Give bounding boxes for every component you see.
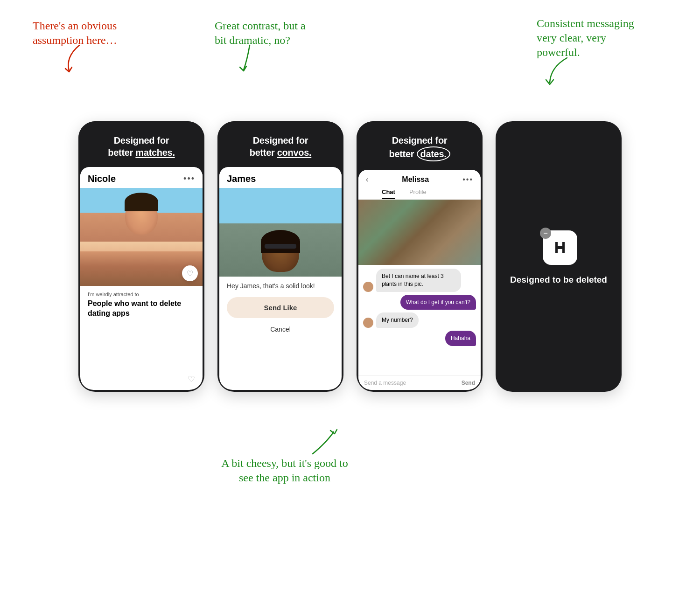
phone2-emphasis: convos. [277,147,311,158]
phone1-screen: Nicole ••• ♡ I'm weirdly attracted to P [80,167,203,390]
phone2-screen-header: James [219,167,342,188]
phone3-more-icon[interactable]: ••• [462,175,473,184]
phone2-headline: Designed forbetter convos. [227,134,334,159]
annotation-bottom: A bit cheesy, but it's good to see the a… [219,456,350,485]
phone1-profile-name: Nicole [88,174,116,184]
phone4-tagline: Designed to be deleted [510,274,607,286]
phone1-header: Designed forbetter matches. [78,121,204,167]
annotation-top-center-text: Great contrast, but a bit dramatic, no? [215,20,306,46]
phone3-header: Designed forbetter dates. [357,121,483,170]
annotation-top-center: Great contrast, but a bit dramatic, no? [215,19,317,48]
phone1-bio-small: I'm weirdly attracted to [88,292,195,297]
hinge-logo [551,238,569,257]
phone2-cancel-button[interactable]: Cancel [219,321,342,338]
annotation-top-right: Consistent messaging very clear, very po… [537,16,644,60]
phone3-send-button[interactable]: Send [462,380,475,386]
phone-3: Designed forbetter dates. ‹ Melissa ••• … [357,121,483,392]
phone1-footer: ♡ [80,370,203,390]
phone2-screen: James Hey James, that's a solid look! Se… [219,167,342,390]
chat-message-2: What do I get if you can't? [363,295,476,310]
phone3-tabs: Chat Profile [358,186,481,200]
phone4-content: − Designed to be deleted [496,121,622,392]
chat-bubble-sent-1: What do I get if you can't? [400,295,476,310]
app-icon-wrapper: − [540,228,577,265]
annotations-top: There's an obvious assumption here… Grea… [19,14,681,117]
phone3-screen: ‹ Melissa ••• Chat Profile Bet I can nam… [358,170,481,390]
phone1-headline: Designed forbetter matches. [88,134,195,159]
phone1-screen-header: Nicole ••• [80,167,203,188]
chat-message-4: Hahaha [363,331,476,346]
arrow-bottom [303,428,341,458]
phone1-bio-large: People who want to delete dating apps [88,299,195,319]
phone1-bio: I'm weirdly attracted to People who want… [80,286,203,370]
arrow-top-right [541,56,574,88]
tab-profile[interactable]: Profile [409,186,427,199]
annotations-bottom: A bit cheesy, but it's good to see the a… [19,396,681,490]
phone-1: Designed forbetter matches. Nicole ••• [78,121,204,392]
arrow-top-center [233,43,261,73]
phone3-photo [358,200,481,265]
phone1-more-icon[interactable]: ••• [183,174,195,184]
phones-row: Designed forbetter matches. Nicole ••• [19,121,681,392]
minus-badge: − [540,228,551,239]
phone1-footer-heart-icon[interactable]: ♡ [188,374,195,384]
page-wrapper: There's an obvious assumption here… Grea… [0,0,700,611]
tab-chat[interactable]: Chat [382,186,395,199]
phone1-emphasis: matches. [135,147,175,158]
phone2-compliment: Hey James, that's a solid look! [219,277,342,294]
svg-rect-3 [562,242,565,253]
phone1-heart-button[interactable]: ♡ [182,265,198,281]
chat-avatar-2 [363,318,373,328]
phone-2: Designed forbetter convos. James Hey J [217,121,343,392]
annotation-bottom-text: A bit cheesy, but it's good to see the a… [221,457,348,484]
chat-bubble-received-1: Bet I can name at least 3 plants in this… [376,269,461,292]
chat-message-3: My number? [363,312,476,328]
phone3-back-button[interactable]: ‹ [366,175,368,184]
chat-bubble-received-2: My number? [376,312,419,328]
phone2-profile-name: James [227,174,256,184]
phone3-screen-header: ‹ Melissa ••• [358,170,481,186]
arrow-top-left [61,43,89,76]
phone1-photo: ♡ [80,188,203,286]
annotation-top-left: There's an obvious assumption here… [33,19,135,48]
chat-message-1: Bet I can name at least 3 plants in this… [363,269,476,292]
phone3-profile-name: Melissa [402,175,429,184]
phone3-message-input[interactable]: Send a message [364,380,458,386]
phone2-photo [219,188,342,277]
phone3-emphasis: dates. [417,146,450,161]
chat-avatar [363,282,373,292]
phone3-input-bar: Send a message Send [358,375,481,390]
phone2-send-like-button[interactable]: Send Like [227,297,334,318]
annotation-top-left-text: There's an obvious assumption here… [33,20,117,46]
phone-4: − Designed to be deleted [496,121,622,392]
annotation-top-right-text: Consistent messaging very clear, very po… [537,17,634,58]
phone2-header: Designed forbetter convos. [217,121,343,167]
chat-bubble-sent-2: Hahaha [445,331,476,346]
phone3-headline: Designed forbetter dates. [366,134,473,161]
chat-area: Bet I can name at least 3 plants in this… [358,265,481,375]
